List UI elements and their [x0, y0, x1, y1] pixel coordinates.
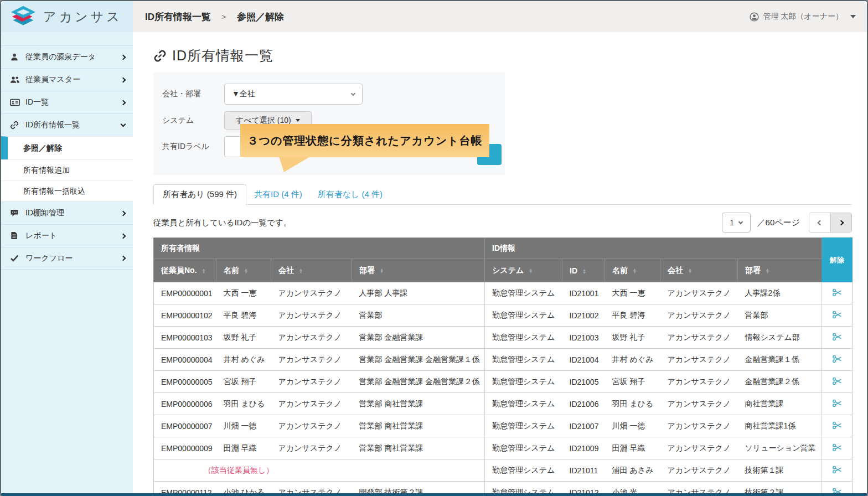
employee-dept-cell: 開発部 技術第２課: [352, 482, 485, 496]
table-row: EMP00000102平良 碧海アカンサステクノ営業部勤怠管理システムID210…: [154, 304, 852, 327]
sidebar-item-employee-source-data[interactable]: 従業員の源泉データ: [1, 45, 133, 68]
id-dept-cell: 商社営業課: [738, 393, 822, 415]
tab-no-owner[interactable]: 所有者なし (4 件): [310, 184, 390, 204]
employee-name-cell: 田淵 早織: [216, 437, 271, 459]
sidebar-item-label: 従業員マスター: [25, 75, 121, 85]
employee-dept-cell: 営業部 商社営業課: [352, 415, 485, 437]
company-dept-select[interactable]: ▼全社: [224, 84, 363, 105]
main-content: ID所有情報一覧 会社・部署 ▼全社 システム すべて選択 (10): [133, 32, 867, 493]
column-header-id-dept[interactable]: 部署▲▼: [738, 259, 822, 282]
chevron-right-icon: [121, 233, 126, 239]
release-scissors-icon[interactable]: [832, 332, 843, 342]
tab-shared-id[interactable]: 共有ID (4 件): [246, 184, 310, 204]
table-row: EMP00000006羽田 まひるアカンサステクノ営業部 商社営業課勤怠管理シス…: [154, 393, 852, 415]
release-scissors-icon[interactable]: [832, 399, 843, 408]
list-info-row: 従業員と所有しているIDの一覧です。 1 ／60ページ: [153, 213, 852, 232]
system-cell: 勤怠管理システム: [485, 482, 562, 496]
release-scissors-icon[interactable]: [832, 421, 843, 430]
sort-icon: ▲▼: [766, 268, 769, 274]
id-dept-cell: ソリューション営業: [738, 437, 822, 459]
prev-page-button[interactable]: [809, 213, 830, 232]
id-company-cell: アカンサステクノ: [660, 327, 738, 349]
pager-buttons: [809, 213, 852, 232]
release-scissors-icon[interactable]: [832, 465, 843, 474]
sidebar-item-reference-release[interactable]: 参照／解除: [1, 136, 133, 159]
sidebar-item-id-inventory[interactable]: ID棚卸管理: [1, 202, 133, 224]
sidebar-item-workflow[interactable]: ワークフロー: [1, 247, 133, 270]
sidebar-item-bulk-import-ownership[interactable]: 所有情報一括取込: [1, 180, 133, 202]
id-card-icon: [10, 98, 20, 107]
sort-icon: ▲▼: [380, 268, 384, 274]
id-name-cell: 羽田 まひる: [605, 393, 660, 415]
id-name-cell: 坂野 礼子: [605, 327, 660, 349]
sort-icon: ▲▼: [582, 268, 586, 275]
column-header-emp-dept[interactable]: 部署▲▼: [352, 259, 485, 282]
id-dept-cell: 人事課2係: [738, 282, 822, 304]
sidebar-item-add-ownership[interactable]: 所有情報追加: [1, 159, 133, 180]
caret-down-icon: [296, 119, 300, 122]
employee-name-cell: 羽田 まひる: [216, 393, 271, 415]
column-header-emp-company[interactable]: 会社▲▼: [271, 259, 352, 282]
employee-no-cell: EMP00000102: [154, 304, 216, 327]
release-cell: [822, 327, 852, 349]
table-row: EMP00000009田淵 早織アカンサステクノ営業部 商社営業課勤怠管理システ…: [154, 437, 852, 459]
column-header-id[interactable]: ID▲▼: [562, 259, 605, 282]
employee-company-cell: アカンサステクノ: [271, 437, 352, 459]
sidebar-item-employee-master[interactable]: 従業員マスター: [1, 68, 133, 91]
sidebar: 従業員の源泉データ従業員マスターID一覧ID所有情報一覧参照／解除所有情報追加所…: [1, 32, 133, 493]
id-name-cell: 川畑 一徳: [605, 415, 660, 437]
employee-name-cell: 坂野 礼子: [216, 327, 271, 349]
id-cell: ID21003: [562, 327, 605, 349]
id-cell: ID21002: [562, 304, 605, 327]
id-name-cell: 宮坂 翔子: [605, 371, 660, 393]
total-pages-label: ／60ページ: [757, 218, 800, 228]
annotation-text: ３つの管理状態に分類されたアカウント台帳: [247, 133, 482, 148]
release-scissors-icon[interactable]: [832, 443, 843, 452]
column-header-emp-name[interactable]: 名前▲▼: [216, 259, 271, 282]
user-name: 管理 太郎（オーナー）: [763, 12, 843, 22]
system-cell: 勤怠管理システム: [485, 393, 562, 415]
tab-with-owner[interactable]: 所有者あり (599 件): [153, 184, 246, 205]
system-cell: 勤怠管理システム: [485, 327, 562, 349]
employee-no-cell: EMP00000009: [154, 437, 216, 459]
employee-no-cell: EMP00000112: [154, 482, 216, 496]
release-cell: [822, 393, 852, 415]
logo[interactable]: アカンサス: [1, 1, 133, 32]
employee-no-cell: EMP00000004: [154, 349, 216, 371]
release-scissors-icon[interactable]: [832, 288, 843, 297]
top-header: アカンサス ID所有情報一覧 ＞ 参照／解除 管理 太郎（オーナー）: [1, 1, 867, 32]
user-menu[interactable]: 管理 太郎（オーナー）: [750, 12, 856, 22]
release-scissors-icon[interactable]: [832, 487, 843, 496]
sort-icon: ▲▼: [633, 268, 637, 274]
column-header-system[interactable]: システム▲▼: [485, 259, 562, 282]
employee-dept-cell: 人事部 人事課: [352, 282, 485, 304]
next-page-button[interactable]: [830, 213, 851, 232]
sidebar-item-id-list[interactable]: ID一覧: [1, 91, 133, 113]
release-scissors-icon[interactable]: [832, 376, 843, 386]
column-header-emp-no[interactable]: 従業員No.▲▼: [154, 259, 216, 282]
release-scissors-icon[interactable]: [832, 310, 843, 319]
user-menu-caret-icon: [850, 15, 856, 18]
link-icon: [153, 49, 167, 63]
employee-company-cell: アカンサステクノ: [271, 482, 352, 496]
chevron-down-icon: [738, 219, 743, 224]
table-row: EMP00000007川畑 一徳アカンサステクノ営業部 商社営業課勤怠管理システ…: [154, 415, 852, 437]
group-header-id: ID情報: [485, 238, 822, 259]
chevron-down-icon: [351, 91, 355, 95]
logo-mark-icon: [9, 4, 38, 29]
page-number-select[interactable]: 1: [722, 213, 751, 232]
column-header-id-company[interactable]: 会社▲▼: [660, 259, 738, 282]
sort-icon: ▲▼: [244, 268, 248, 274]
link-icon: [10, 121, 20, 130]
id-cell: ID21009: [562, 437, 605, 459]
sidebar-item-report[interactable]: レポート: [1, 224, 133, 247]
sidebar-item-id-ownership-list[interactable]: ID所有情報一覧: [1, 113, 133, 136]
release-scissors-icon[interactable]: [832, 354, 843, 364]
id-company-cell: アカンサステクノ: [660, 349, 738, 371]
chevron-left-icon: [817, 220, 823, 225]
employee-company-cell: アカンサステクノ: [271, 327, 352, 349]
id-dept-cell: 情報システム部: [738, 327, 822, 349]
column-header-id-name[interactable]: 名前▲▼: [605, 259, 660, 282]
release-cell: [822, 437, 852, 459]
id-name-cell: 浦田 あさみ: [605, 459, 660, 482]
